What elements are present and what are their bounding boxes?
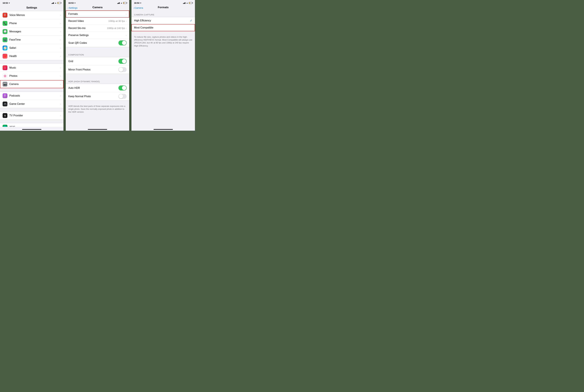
- formats-footer: To reduce file size, capture photos and …: [131, 34, 195, 50]
- camera-icon: 📷: [3, 82, 8, 86]
- signal-bar-5: [117, 3, 118, 4]
- composition-group: Grid Mirror Front Photos: [66, 57, 129, 74]
- wifi-icon-1: ▲: [55, 2, 57, 4]
- location-icon-1: ➤: [9, 2, 10, 4]
- high-efficiency-row[interactable]: High Efficiency ✓: [131, 17, 195, 24]
- battery-fill-1: [58, 2, 59, 4]
- chevron-icon: ›: [60, 94, 61, 97]
- mirror-front-toggle[interactable]: [118, 67, 127, 72]
- toggle-thumb: [119, 94, 123, 98]
- scan-qr-label: Scan QR Codes: [68, 42, 118, 44]
- gamecenter-icon: 🎮: [3, 102, 8, 106]
- record-slomo-row[interactable]: Record Slo-mo 1080p at 240 fps ›: [66, 24, 129, 32]
- sidebar-item-tvprovider[interactable]: S TV Provider ›: [0, 112, 64, 120]
- toggle-thumb: [119, 68, 123, 72]
- location-icon-3: ➤: [140, 2, 141, 4]
- signal-bars-1: [52, 2, 54, 4]
- divider-2: [129, 0, 131, 131]
- signal-bar-2: [52, 3, 53, 4]
- record-slomo-value: 1080p at 240 fps: [107, 27, 125, 30]
- 2gis-icon: 🌐: [3, 125, 8, 127]
- status-bar-1: 16:53 ➤ ▲: [0, 0, 64, 5]
- sidebar-item-health[interactable]: ❤️ Health ›: [0, 52, 64, 60]
- sidebar-item-phone[interactable]: 📞 Phone ›: [0, 19, 64, 28]
- status-time-3: 16:54: [134, 2, 139, 4]
- grid-label: Grid: [68, 60, 118, 63]
- hdr-group: Auto HDR Keep Normal Photo: [66, 84, 129, 100]
- sidebar-item-voice-memos[interactable]: 🎙 Voice Memos ›: [0, 11, 64, 19]
- sidebar-item-safari[interactable]: 🧭 Safari ›: [0, 44, 64, 52]
- settings-list-1[interactable]: 🎙 Voice Memos › 📞 Phone › 💬 Messages › 📹…: [0, 11, 64, 127]
- back-label-settings: Settings: [69, 6, 78, 9]
- status-bar-2: 16:53 ➤ ▲: [66, 0, 129, 5]
- chevron-icon: ›: [126, 20, 127, 22]
- keep-normal-row[interactable]: Keep Normal Photo: [66, 92, 129, 100]
- preserve-settings-label: Preserve Settings: [68, 34, 126, 37]
- sidebar-item-facetime[interactable]: 📹 FaceTime ›: [0, 36, 64, 44]
- scan-qr-row[interactable]: Scan QR Codes: [66, 39, 129, 47]
- safari-label: Safari: [9, 46, 60, 50]
- facetime-icon: 📹: [3, 37, 8, 42]
- chevron-icon: ›: [60, 30, 61, 33]
- gamecenter-label: Game Center: [9, 102, 60, 106]
- toggle-thumb: [122, 41, 126, 45]
- signal-bar-10: [184, 3, 184, 4]
- music-label: Music: [9, 66, 60, 69]
- camera-settings-list[interactable]: Formats › Record Video 1080p at 30 fps ›…: [66, 10, 129, 127]
- scan-qr-toggle[interactable]: [118, 40, 127, 46]
- settings-panel: 16:53 ➤ ▲ Settings 🎙 Voice Memos ›: [0, 0, 64, 131]
- back-to-settings[interactable]: ‹ Settings: [68, 6, 78, 9]
- record-video-row[interactable]: Record Video 1080p at 30 fps ›: [66, 18, 129, 24]
- 2gis-label: 2GIS: [9, 126, 60, 127]
- battery-fill-2: [123, 2, 124, 4]
- location-icon-2: ➤: [74, 2, 76, 4]
- facetime-label: FaceTime: [9, 38, 60, 41]
- status-bar-3: 16:54 ➤ ▲: [131, 0, 195, 5]
- back-chevron-icon: ‹: [68, 6, 69, 9]
- formats-settings-list[interactable]: CAMERA CAPTURE High Efficiency ✓ Most Co…: [131, 10, 195, 127]
- sidebar-item-gamecenter[interactable]: 🎮 Game Center ›: [0, 100, 64, 108]
- signal-bars-2: [117, 2, 120, 4]
- sidebar-item-podcasts[interactable]: 🎙 Podcasts ›: [0, 92, 64, 100]
- camera-capture-header: CAMERA CAPTURE: [131, 10, 195, 17]
- sidebar-item-messages[interactable]: 💬 Messages ›: [0, 28, 64, 36]
- sidebar-item-music[interactable]: ♫ Music ›: [0, 64, 64, 72]
- wifi-icon-3: ▲: [186, 2, 188, 4]
- voice-memos-label: Voice Memos: [9, 14, 60, 16]
- most-compatible-row[interactable]: Most Compatible: [131, 24, 195, 31]
- back-to-camera[interactable]: ‹ Camera: [133, 6, 143, 9]
- battery-icon-3: [189, 2, 192, 4]
- signal-bar-12: [185, 2, 185, 4]
- chevron-icon: ›: [60, 103, 61, 105]
- formats-row[interactable]: Formats ›: [66, 10, 129, 18]
- sidebar-item-photos[interactable]: 🌸 Photos ›: [0, 72, 64, 80]
- photos-icon: 🌸: [3, 74, 8, 78]
- camera-title: Camera: [93, 6, 102, 9]
- wifi-icon-2: ▲: [121, 2, 122, 4]
- auto-hdr-toggle[interactable]: [118, 86, 127, 90]
- grid-row[interactable]: Grid: [66, 57, 129, 66]
- preserve-settings-row[interactable]: Preserve Settings ›: [66, 32, 129, 39]
- grid-toggle[interactable]: [118, 59, 127, 64]
- photos-label: Photos: [9, 74, 60, 78]
- signal-bar-3: [53, 2, 53, 4]
- sidebar-item-2gis[interactable]: 🌐 2GIS ›: [0, 123, 64, 127]
- signal-bar-7: [119, 2, 119, 4]
- auto-hdr-row[interactable]: Auto HDR: [66, 84, 129, 92]
- mirror-front-row[interactable]: Mirror Front Photos: [66, 66, 129, 74]
- keep-normal-toggle[interactable]: [118, 94, 127, 99]
- signal-bar-8: [119, 2, 120, 4]
- home-bar-2: [88, 129, 107, 130]
- hdr-footer: HDR blends the best parts of three separ…: [66, 104, 129, 117]
- music-icon: ♫: [3, 65, 8, 70]
- auto-hdr-label: Auto HDR: [68, 86, 118, 90]
- signal-bar-1: [52, 3, 52, 4]
- status-time-2: 16:53: [68, 2, 74, 4]
- camera-group-1: Formats › Record Video 1080p at 30 fps ›…: [66, 10, 129, 47]
- chevron-icon: ›: [60, 83, 61, 86]
- toggle-thumb: [122, 59, 126, 64]
- chevron-icon: ›: [126, 27, 127, 30]
- chevron-icon: ›: [60, 22, 61, 24]
- phone-label: Phone: [9, 22, 60, 25]
- sidebar-item-camera[interactable]: 📷 Camera ›: [0, 80, 64, 88]
